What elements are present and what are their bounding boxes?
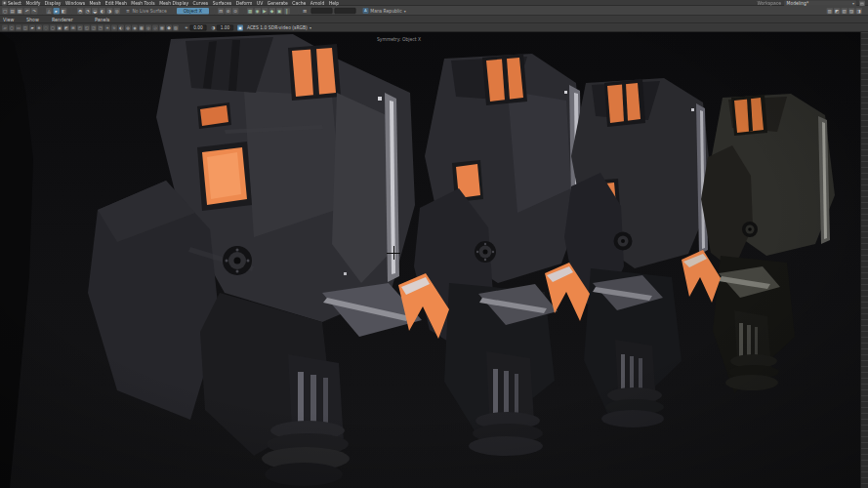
panel-menu-renderer[interactable]: Renderer: [52, 16, 73, 23]
divider: [71, 8, 72, 15]
history-toggle-icon[interactable]: ⊙: [232, 8, 239, 15]
menu-display[interactable]: Display: [45, 1, 62, 6]
selection-mode-group: ◬▸◧: [46, 8, 68, 15]
lock-camera-icon[interactable]: ◻: [9, 25, 15, 31]
menu-cache[interactable]: Cache: [292, 1, 306, 6]
divider: [214, 8, 215, 15]
file-operations-group: ▢▤▦↶↷: [2, 8, 39, 15]
menu-curves[interactable]: Curves: [193, 1, 209, 6]
frame-selection-icon[interactable]: ◳: [98, 25, 103, 31]
render-settings-icon[interactable]: ▣: [276, 8, 283, 15]
gamma-icon[interactable]: ◑: [212, 25, 216, 30]
shaded-icon[interactable]: ●: [166, 25, 172, 31]
panel-menu-view[interactable]: View: [3, 16, 14, 23]
menu-surfaces[interactable]: Surfaces: [213, 1, 231, 6]
3d-viewport[interactable]: Symmetry: Object X: [0, 32, 868, 488]
attribute-editor-icon[interactable]: ▧: [842, 8, 848, 15]
pause-viewport-icon[interactable]: ‖: [283, 8, 290, 15]
depth-of-field-icon[interactable]: ◎: [145, 25, 151, 31]
exposure-field[interactable]: 0.00: [190, 25, 207, 31]
panel-menu-panels[interactable]: Panels: [95, 16, 109, 23]
gate-mask-icon[interactable]: ◩: [63, 25, 69, 31]
safe-action-icon[interactable]: ◰: [77, 25, 83, 31]
modeling-toolkit-icon[interactable]: ▥: [827, 8, 834, 15]
menu-select[interactable]: Select: [8, 1, 21, 6]
field-chart-icon[interactable]: ⊞: [70, 25, 76, 31]
menu-mesh-display[interactable]: Mesh Display: [159, 1, 188, 6]
camera-attributes-icon[interactable]: ▭: [16, 25, 21, 31]
maya-application-window: ◆ SelectModifyDisplayWindowsMeshEdit Mes…: [0, 0, 868, 488]
humanik-icon[interactable]: ◩: [834, 8, 841, 15]
new-scene-icon[interactable]: ▢: [2, 8, 9, 15]
gamma-field[interactable]: 1.00: [217, 25, 233, 31]
safe-title-icon[interactable]: ◱: [84, 25, 90, 31]
textured-icon[interactable]: ▨: [173, 25, 179, 31]
status-dropdown-label: Mans Republic: [370, 9, 402, 14]
select-component-icon[interactable]: ◧: [61, 8, 67, 15]
color-managed-icon[interactable]: ▣: [237, 25, 243, 31]
motion-blur-icon[interactable]: ◉: [132, 25, 138, 31]
menu-edit-mesh[interactable]: Edit Mesh: [105, 1, 127, 6]
snap-projected-center-icon[interactable]: ◐: [100, 8, 106, 15]
input-operations-icon[interactable]: ⊟: [218, 8, 225, 15]
live-surface-label: No Live Surface: [133, 9, 167, 14]
make-live-icon[interactable]: ◎: [114, 8, 121, 15]
channel-box-icon[interactable]: ◨: [856, 8, 863, 15]
menu-mesh-tools[interactable]: Mesh Tools: [131, 1, 154, 6]
panel-menu-show[interactable]: Show: [26, 16, 39, 23]
ambient-occlusion-icon[interactable]: ◍: [125, 25, 131, 31]
all-lights-icon[interactable]: ☼: [111, 25, 117, 31]
render-sequence-icon[interactable]: ▶: [262, 8, 269, 15]
transform-x-field[interactable]: [310, 8, 332, 14]
menu-uv[interactable]: UV: [257, 1, 263, 6]
default-lighting-icon[interactable]: ☀: [104, 25, 110, 31]
wireframe-icon[interactable]: ▦: [159, 25, 165, 31]
multisample-icon[interactable]: ▩: [139, 25, 145, 31]
symmetry-field[interactable]: Object X: [177, 8, 209, 15]
symmetry-hud-label: Symmetry: Object X: [377, 37, 421, 42]
construction-history-icon[interactable]: ⊘: [225, 8, 231, 15]
snap-grid-icon[interactable]: ◓: [77, 8, 84, 15]
frame-all-icon[interactable]: ◲: [91, 25, 97, 31]
colorspace-dropdown[interactable]: ACES 1.0 SDR-video (sRGB): [247, 25, 308, 30]
grid-coordinates-icon[interactable]: ⊞: [302, 8, 309, 15]
pan-zoom-icon[interactable]: ⊕: [36, 25, 42, 31]
history-group: ⊟⊘⊙: [218, 8, 240, 15]
film-gate-icon[interactable]: ▢: [50, 25, 56, 31]
snap-view-plane-icon[interactable]: ◑: [106, 8, 113, 15]
menu-generate[interactable]: Generate: [268, 1, 288, 6]
hypershade-icon[interactable]: ◆: [269, 8, 275, 15]
image-plane-icon[interactable]: ▰: [29, 25, 35, 31]
ipr-render-icon[interactable]: ◉: [254, 8, 261, 15]
snap-curve-icon[interactable]: ◔: [85, 8, 92, 15]
viewport-toolbar: ▱◻▭◫▰⊕◌▢▣◩⊞◰◱◲◳☀☼◐◍◉▩◎◇▦●▨ ☀ 0.00 ◑ 1.00…: [0, 23, 868, 32]
right-sidebar-strip[interactable]: [860, 32, 868, 488]
menu-arnold[interactable]: Arnold: [310, 1, 325, 6]
status-dropdown[interactable]: A Mans Republic ▾: [362, 8, 406, 14]
divider: [243, 8, 244, 15]
shadows-icon[interactable]: ◐: [118, 25, 124, 31]
snap-point-icon[interactable]: ◒: [92, 8, 99, 15]
undo-icon[interactable]: ↶: [24, 8, 31, 15]
bookmarks-icon[interactable]: ◫: [22, 25, 28, 31]
menu-help[interactable]: Help: [329, 1, 339, 6]
transform-y-field[interactable]: [334, 8, 355, 14]
resolution-gate-icon[interactable]: ▣: [57, 25, 62, 31]
select-object-icon[interactable]: ▸: [54, 8, 61, 15]
open-scene-icon[interactable]: ▤: [10, 8, 17, 15]
select-hierarchy-icon[interactable]: ◬: [46, 8, 53, 15]
menu-modify[interactable]: Modify: [25, 1, 40, 6]
sidebar-toggle-group: ▥◩▧▨◨: [827, 8, 864, 15]
render-current-frame-icon[interactable]: ▩: [247, 8, 254, 15]
menu-windows[interactable]: Windows: [65, 1, 85, 6]
select-camera-icon[interactable]: ▱: [2, 25, 8, 31]
tool-settings-icon[interactable]: ▨: [848, 8, 855, 15]
isolate-select-icon[interactable]: ◇: [152, 25, 158, 31]
menu-deform[interactable]: Deform: [236, 1, 253, 6]
panel-menu-bar: View Show Renderer Panels: [0, 16, 868, 23]
menu-mesh[interactable]: Mesh: [89, 1, 101, 6]
redo-icon[interactable]: ↷: [31, 8, 38, 15]
save-scene-icon[interactable]: ▦: [17, 8, 23, 15]
exposure-icon[interactable]: ☀: [185, 25, 188, 30]
oversampling-icon[interactable]: ◌: [43, 25, 49, 31]
